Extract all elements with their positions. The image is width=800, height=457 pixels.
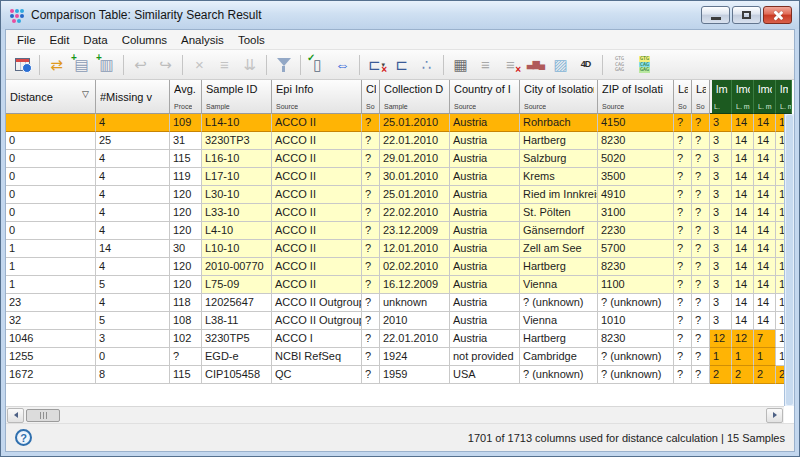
table-cell[interactable]: EGD-e	[202, 348, 272, 366]
table-cell[interactable]: ?	[170, 348, 202, 366]
table-cell[interactable]: Austria	[450, 168, 520, 186]
column-header-la[interactable]: LaSo	[674, 80, 692, 114]
table-cell[interactable]: ACCO I	[272, 330, 362, 348]
table-cell[interactable]: 1959	[380, 366, 450, 384]
table-cell[interactable]: L4-10	[202, 222, 272, 240]
column-header-lmo[interactable]: lmoL. m	[754, 80, 776, 114]
table-cell[interactable]: ?	[692, 330, 710, 348]
table-cell[interactable]: 8230	[598, 258, 674, 276]
table-cell[interactable]: 2	[754, 366, 776, 384]
fit-column-width-icon[interactable]: ⇔	[330, 53, 355, 77]
table-cell[interactable]: ? (unknown)	[598, 294, 674, 312]
comparison-table-icon[interactable]	[10, 53, 35, 77]
table-cell[interactable]: 0	[6, 186, 96, 204]
table-cell[interactable]: 3	[710, 222, 732, 240]
table-cell[interactable]: ?	[362, 168, 380, 186]
table-cell[interactable]: ?	[362, 258, 380, 276]
table-cell[interactable]: Rohrbach	[520, 114, 598, 132]
table-row[interactable]: 15120L75-09ACCO II?16.12.2009AustriaVien…	[6, 276, 794, 294]
menu-item-edit[interactable]: Edit	[43, 32, 77, 48]
table-cell[interactable]: 14	[732, 132, 754, 150]
table-cell[interactable]: ?	[692, 186, 710, 204]
table-cell[interactable]: Austria	[450, 222, 520, 240]
table-cell[interactable]: Austria	[450, 132, 520, 150]
table-row[interactable]: 4109L14-10ACCO II?25.01.2010AustriaRohrb…	[6, 114, 794, 132]
histogram-icon[interactable]: ▃▆▄	[523, 53, 548, 77]
table-cell[interactable]: ?	[362, 150, 380, 168]
column-header-lmo[interactable]: lmoL. m	[776, 80, 792, 114]
table-cell[interactable]: ?	[362, 330, 380, 348]
table-cell[interactable]: 14	[754, 276, 776, 294]
table-cell[interactable]: 3	[710, 168, 732, 186]
table-cell[interactable]: 109	[170, 114, 202, 132]
table-cell[interactable]: 2010	[380, 312, 450, 330]
menu-item-data[interactable]: Data	[76, 32, 114, 48]
column-header-sample-id[interactable]: Sample IDSample	[202, 80, 272, 114]
table-cell[interactable]: 4910	[598, 186, 674, 204]
table-cell[interactable]: 4	[96, 114, 170, 132]
table-cell[interactable]: 0	[6, 150, 96, 168]
table-cell[interactable]: Austria	[450, 204, 520, 222]
table-cell[interactable]: 8230	[598, 132, 674, 150]
table-cell[interactable]: ?	[674, 168, 692, 186]
table-cell[interactable]: 120	[170, 222, 202, 240]
table-cell[interactable]: 5	[96, 312, 170, 330]
table-cell[interactable]: 2	[732, 366, 754, 384]
table-cell[interactable]: 14	[732, 204, 754, 222]
table-cell[interactable]: L14-10	[202, 114, 272, 132]
table-cell[interactable]: 120	[170, 186, 202, 204]
table-row[interactable]: 04120L30-10ACCO II?25.01.2010AustriaRied…	[6, 186, 794, 204]
table-cell[interactable]: L33-10	[202, 204, 272, 222]
table-cell[interactable]: ?	[362, 132, 380, 150]
table-cell[interactable]: Vienna	[520, 312, 598, 330]
column-header-collection-d[interactable]: Collection DSample	[380, 80, 450, 114]
table-cell[interactable]: 14	[754, 222, 776, 240]
table-cell[interactable]: Gänserndorf	[520, 222, 598, 240]
table-cell[interactable]: 1	[6, 240, 96, 258]
table-cell[interactable]: ACCO II	[272, 222, 362, 240]
filter-icon[interactable]	[271, 53, 296, 77]
table-cell[interactable]: 4	[96, 150, 170, 168]
table-cell[interactable]: Austria	[450, 294, 520, 312]
refresh-icon[interactable]: ⇄	[44, 53, 69, 77]
table-cell[interactable]: 14	[732, 240, 754, 258]
column-header-clu[interactable]: CluSo	[362, 80, 380, 114]
table-cell[interactable]: ?	[674, 276, 692, 294]
table-row[interactable]: 141202010-00770ACCO II?02.02.2010Austria…	[6, 258, 794, 276]
table-cell[interactable]: 1255	[6, 348, 96, 366]
table-cell[interactable]: 25	[96, 132, 170, 150]
column-header-city-of-isolation[interactable]: City of IsolationSource	[520, 80, 598, 114]
table-cell[interactable]: unknown	[380, 294, 450, 312]
table-cell[interactable]: L10-10	[202, 240, 272, 258]
table-row[interactable]: 23411812025647ACCO II Outgroup?unknownAu…	[6, 294, 794, 312]
table-cell[interactable]: Ried im Innkreis	[520, 186, 598, 204]
table-cell[interactable]: ACCO II	[272, 114, 362, 132]
table-cell[interactable]: ?	[674, 222, 692, 240]
table-cell[interactable]: 14	[96, 240, 170, 258]
four-d-view-icon[interactable]: 4D	[573, 53, 598, 77]
character-rows-icon[interactable]: ≡	[473, 53, 498, 77]
table-cell[interactable]: 4	[96, 168, 170, 186]
table-cell[interactable]: 3230TP5	[202, 330, 272, 348]
table-cell[interactable]: 102	[170, 330, 202, 348]
table-cell[interactable]: 12	[710, 330, 732, 348]
table-cell[interactable]: ACCO II Outgroup	[272, 294, 362, 312]
sequence-plain-icon[interactable]: GTG CAG GAG	[607, 53, 632, 77]
table-cell[interactable]: ?	[692, 222, 710, 240]
menu-item-tools[interactable]: Tools	[231, 32, 272, 48]
entry-state-icon[interactable]: ▯✓	[305, 53, 330, 77]
vertical-scrollbar[interactable]	[784, 114, 794, 406]
table-cell[interactable]: ?	[692, 276, 710, 294]
table-cell[interactable]: 4	[96, 204, 170, 222]
scroll-left-button[interactable]	[7, 408, 24, 423]
table-cell[interactable]: Hartberg	[520, 132, 598, 150]
table-cell[interactable]: Zell am See	[520, 240, 598, 258]
table-cell[interactable]: Krems	[520, 168, 598, 186]
table-cell[interactable]: ?	[362, 348, 380, 366]
table-cell[interactable]: 1672	[6, 366, 96, 384]
table-cell[interactable]: 4	[96, 258, 170, 276]
table-cell[interactable]: ?	[692, 204, 710, 222]
table-cell[interactable]: 0	[96, 348, 170, 366]
table-cell[interactable]: St. Pölten	[520, 204, 598, 222]
table-cell[interactable]: 8230	[598, 330, 674, 348]
